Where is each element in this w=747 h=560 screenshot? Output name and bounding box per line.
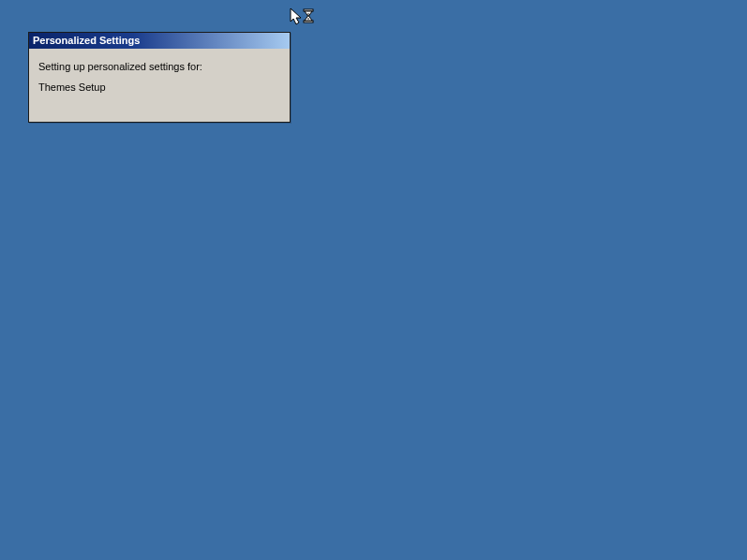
dialog-body: Setting up personalized settings for: Th…	[29, 49, 290, 122]
svg-point-4	[307, 18, 309, 20]
desktop: Personalized Settings Setting up persona…	[0, 0, 747, 560]
svg-marker-0	[291, 8, 301, 24]
cursor-busy-icon	[290, 7, 316, 26]
svg-rect-1	[304, 9, 313, 11]
dialog-message-line2: Themes Setup	[38, 81, 280, 94]
personalized-settings-dialog: Personalized Settings Setting up persona…	[28, 32, 291, 123]
dialog-message-line1: Setting up personalized settings for:	[38, 60, 280, 73]
dialog-title: Personalized Settings	[33, 35, 140, 46]
svg-rect-2	[304, 21, 313, 22]
dialog-titlebar: Personalized Settings	[29, 33, 290, 49]
svg-point-3	[307, 13, 309, 15]
